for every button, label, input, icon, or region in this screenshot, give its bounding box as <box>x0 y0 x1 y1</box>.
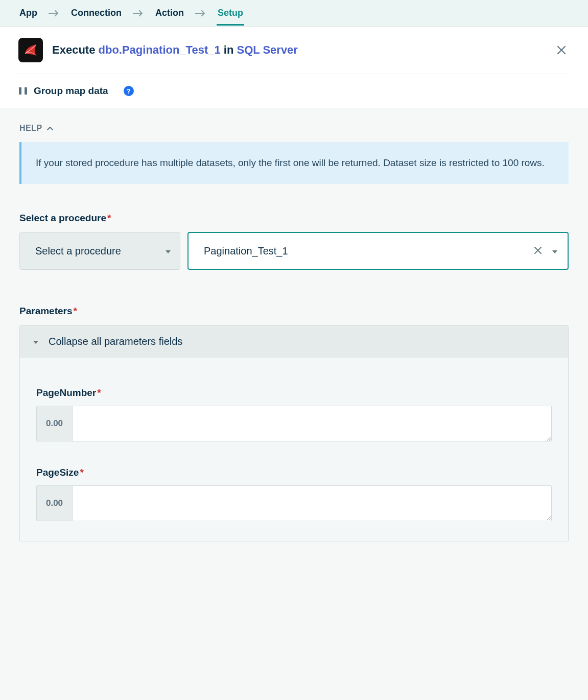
param-field-pagesize: PageSize* 0.00 <box>36 467 552 521</box>
clear-procedure-button[interactable] <box>534 245 542 257</box>
help-icon[interactable]: ? <box>124 86 134 96</box>
sql-server-icon <box>18 38 43 62</box>
parameters-label: Parameters* <box>19 306 569 317</box>
procedure-selected-value: Pagination_Test_1 <box>204 245 288 257</box>
group-map-icon <box>18 86 28 96</box>
chevron-right-icon <box>133 10 144 17</box>
required-indicator: * <box>74 306 77 316</box>
chevron-right-icon <box>195 10 206 17</box>
connector-link[interactable]: SQL Server <box>237 43 297 56</box>
tab-setup[interactable]: Setup <box>217 1 244 26</box>
param-type-badge: 0.00 <box>37 406 73 441</box>
param-label-pagenumber: PageNumber* <box>36 387 552 399</box>
chevron-right-icon <box>49 10 60 17</box>
param-name: PageSize <box>36 467 79 478</box>
parameters-label-text: Parameters <box>19 306 73 316</box>
required-indicator: * <box>107 213 111 223</box>
group-map-label[interactable]: Group map data <box>34 85 108 97</box>
param-field-pagenumber: PageNumber* 0.00 <box>36 387 552 441</box>
procedure-dropdown-placeholder: Select a procedure <box>35 245 121 257</box>
tab-action[interactable]: Action <box>154 1 185 26</box>
procedure-value-input[interactable]: Pagination_Test_1 <box>187 232 569 270</box>
pagesize-input[interactable] <box>73 486 551 521</box>
close-icon <box>556 45 567 55</box>
help-toggle-label: HELP <box>19 124 42 133</box>
pagenumber-input[interactable] <box>73 406 551 441</box>
chevron-up-icon <box>46 126 54 131</box>
svg-rect-0 <box>19 87 21 95</box>
procedure-field-label: Select a procedure* <box>19 213 569 224</box>
procedure-link[interactable]: dbo.Pagination_Test_1 <box>99 43 221 56</box>
procedure-dropdown-caret[interactable] <box>551 245 558 257</box>
help-toggle[interactable]: HELP <box>19 124 54 133</box>
required-indicator: * <box>97 387 101 398</box>
svg-rect-1 <box>25 87 27 95</box>
collapse-parameters-toggle[interactable]: Collapse all parameters fields <box>20 325 568 358</box>
action-header-row: Execute dbo.Pagination_Test_1 in SQL Ser… <box>18 38 570 74</box>
caret-down-icon <box>551 249 558 254</box>
group-map-row: Group map data ? <box>18 74 570 108</box>
setup-content: HELP If your stored procedure has multip… <box>0 108 588 557</box>
action-title-in: in <box>221 43 237 56</box>
parameters-body: PageNumber* 0.00 PageSize* 0.00 <box>20 358 568 542</box>
param-input-wrap: 0.00 <box>36 485 552 521</box>
action-title: Execute dbo.Pagination_Test_1 in SQL Ser… <box>52 43 298 57</box>
parameters-box: Collapse all parameters fields PageNumbe… <box>19 325 569 542</box>
wizard-tabs: App Connection Action Setup <box>0 0 588 27</box>
required-indicator: * <box>80 467 83 478</box>
caret-down-icon <box>32 336 39 347</box>
procedure-type-dropdown[interactable]: Select a procedure <box>19 232 180 270</box>
collapse-parameters-label: Collapse all parameters fields <box>49 336 182 347</box>
tab-connection[interactable]: Connection <box>70 1 123 26</box>
action-title-prefix: Execute <box>52 43 99 56</box>
param-label-pagesize: PageSize* <box>36 467 552 478</box>
param-name: PageNumber <box>36 387 96 398</box>
procedure-label-text: Select a procedure <box>19 213 106 223</box>
help-message: If your stored procedure has multiple da… <box>19 142 569 184</box>
param-input-wrap: 0.00 <box>36 406 552 441</box>
tab-app[interactable]: App <box>18 1 38 26</box>
caret-down-icon <box>164 245 172 257</box>
procedure-row: Select a procedure Pagination_Test_1 <box>19 232 569 270</box>
action-header: Execute dbo.Pagination_Test_1 in SQL Ser… <box>0 27 588 108</box>
parameters-section: Parameters* Collapse all parameters fiel… <box>19 306 569 542</box>
close-button[interactable] <box>553 42 570 58</box>
param-type-badge: 0.00 <box>37 486 73 521</box>
close-icon <box>534 246 542 254</box>
